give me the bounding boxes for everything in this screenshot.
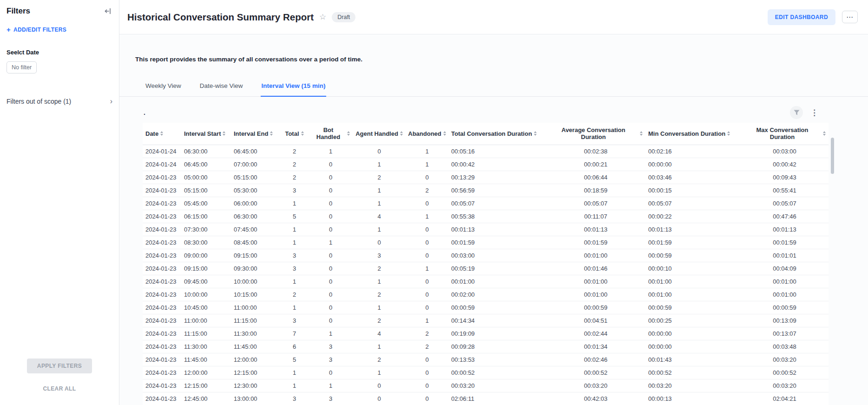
table-row[interactable]: 2024-01-2308:30:0008:45:00110000:01:5900… (143, 236, 829, 249)
cell-abandoned: 1 (406, 145, 448, 158)
filters-out-of-scope-row[interactable]: Filters out of scope (1) › (7, 98, 112, 105)
cell-agent_handled: 1 (353, 275, 406, 288)
cell-bot_handled: 3 (309, 353, 353, 366)
table-row[interactable]: 2024-01-2312:00:0012:15:00101000:00:5200… (143, 366, 829, 379)
table-row[interactable]: 2024-01-2311:15:0011:30:00714200:19:0900… (143, 327, 829, 340)
table-row[interactable]: 2024-01-2306:15:0006:30:00504100:55:3800… (143, 210, 829, 223)
table-row[interactable]: 2024-01-2312:45:0013:00:00330002:06:1100… (143, 392, 829, 405)
cell-interval_start: 08:30:00 (181, 236, 231, 249)
column-header-bot_handled[interactable]: Bot Handled (309, 123, 353, 145)
column-header-abandoned[interactable]: Abandoned (406, 123, 448, 145)
sort-icon[interactable] (727, 131, 730, 136)
cell-bot_handled: 0 (309, 262, 353, 275)
table-row[interactable]: 2024-01-2309:45:0010:00:00101000:01:0000… (143, 275, 829, 288)
main-panel: Historical Conversation Summary Report ☆… (119, 0, 868, 405)
cell-agent_handled: 2 (353, 171, 406, 184)
cell-interval_start: 11:00:00 (181, 314, 231, 327)
clear-all-button[interactable]: CLEAR ALL (43, 385, 76, 392)
cell-total_duration: 00:03:20 (448, 379, 546, 392)
column-header-interval_start[interactable]: Interval Start (181, 123, 231, 145)
apply-filters-button[interactable]: APPLY FILTERS (27, 359, 92, 373)
table-row[interactable]: 2024-01-2310:45:0011:00:00101000:00:5900… (143, 301, 829, 314)
no-filter-chip[interactable]: No filter (7, 61, 37, 73)
add-edit-filters-label: ADD/EDIT FILTERS (13, 27, 66, 33)
cell-total_duration: 02:06:11 (448, 392, 546, 405)
table-filter-button[interactable] (790, 106, 803, 119)
table-row[interactable]: 2024-01-2311:30:0011:45:00631200:09:2800… (143, 340, 829, 353)
cell-abandoned: 0 (406, 366, 448, 379)
column-label: Max Conversation Duration (743, 126, 821, 140)
cell-interval_end: 07:45:00 (231, 223, 280, 236)
table-row[interactable]: 2024-01-2312:15:0012:30:00110000:03:2000… (143, 379, 829, 392)
more-options-button[interactable]: ⋯ (842, 11, 858, 23)
cell-total_duration: 00:05:07 (448, 197, 546, 210)
table-row[interactable]: 2024-01-2305:00:0005:15:00202000:13:2900… (143, 171, 829, 184)
tab-weekly-view[interactable]: Weekly View (145, 77, 182, 97)
sort-icon[interactable] (270, 131, 273, 136)
tab-interval-view-15-min-[interactable]: Interval View (15 min) (261, 77, 327, 97)
cell-agent_handled: 1 (353, 301, 406, 314)
page-title: Historical Conversation Summary Report (127, 12, 314, 23)
edit-dashboard-button[interactable]: EDIT DASHBOARD (768, 9, 835, 25)
column-label: Bot Handled (311, 126, 345, 140)
table-row[interactable]: 2024-01-2311:00:0011:15:00302100:14:3400… (143, 314, 829, 327)
column-header-agent_handled[interactable]: Agent Handled (353, 123, 406, 145)
sort-icon[interactable] (301, 131, 304, 136)
table-row[interactable]: 2024-01-2307:30:0007:45:00101000:01:1300… (143, 223, 829, 236)
star-favorite-icon[interactable]: ☆ (319, 12, 326, 22)
cell-abandoned: 0 (406, 353, 448, 366)
topbar-actions: EDIT DASHBOARD ⋯ (768, 9, 858, 25)
cell-avg_duration: 00:00:52 (546, 366, 645, 379)
cell-date: 2024-01-23 (143, 379, 181, 392)
table-menu-button[interactable]: ⋮ (809, 108, 820, 118)
sort-icon[interactable] (223, 131, 225, 136)
cell-total: 6 (280, 340, 309, 353)
cell-total_duration: 00:14:34 (448, 314, 546, 327)
column-header-min_duration[interactable]: Min Conversation Duration (645, 123, 741, 145)
sort-icon[interactable] (400, 131, 403, 136)
table-row[interactable]: 2024-01-2309:15:0009:30:00302100:05:1900… (143, 262, 829, 275)
cell-interval_start: 11:30:00 (181, 340, 231, 353)
sort-icon[interactable] (443, 131, 446, 136)
cell-date: 2024-01-23 (143, 353, 181, 366)
cell-avg_duration: 00:00:21 (546, 158, 645, 171)
cell-interval_end: 11:30:00 (231, 327, 280, 340)
column-header-date[interactable]: Date (143, 123, 181, 145)
table-scrollbar[interactable] (830, 125, 834, 405)
cell-date: 2024-01-24 (143, 145, 181, 158)
table-row[interactable]: 2024-01-2406:45:0007:00:00201100:00:4200… (143, 158, 829, 171)
column-header-max_duration[interactable]: Max Conversation Duration (741, 123, 829, 145)
top-bar: Historical Conversation Summary Report ☆… (119, 0, 868, 34)
cell-bot_handled: 0 (309, 158, 353, 171)
cell-date: 2024-01-23 (143, 262, 181, 275)
sort-icon[interactable] (640, 131, 643, 136)
scrollbar-thumb[interactable] (831, 138, 834, 174)
column-header-total[interactable]: Total (280, 123, 309, 145)
column-header-interval_end[interactable]: Interval End (231, 123, 280, 145)
table-row[interactable]: 2024-01-2309:00:0009:15:00303000:03:0000… (143, 249, 829, 262)
column-header-total_duration[interactable]: Total Conversation Duration (448, 123, 546, 145)
table-row[interactable]: 2024-01-2311:45:0012:00:00532000:13:5300… (143, 353, 829, 366)
cell-interval_start: 09:15:00 (181, 262, 231, 275)
cell-date: 2024-01-23 (143, 327, 181, 340)
cell-min_duration: 00:00:59 (645, 249, 741, 262)
sort-icon[interactable] (534, 131, 537, 136)
add-edit-filters-button[interactable]: + ADD/EDIT FILTERS (7, 26, 112, 33)
tab-date-wise-view[interactable]: Date-wise View (199, 77, 244, 97)
column-header-avg_duration[interactable]: Average Conversation Duration (546, 123, 645, 145)
sort-icon[interactable] (347, 131, 350, 136)
cell-min_duration: 00:01:00 (645, 275, 741, 288)
cell-interval_end: 10:00:00 (231, 275, 280, 288)
cell-max_duration: 00:00:59 (741, 301, 829, 314)
sort-icon[interactable] (160, 131, 163, 136)
sidebar-header: Filters (7, 7, 112, 16)
table-row[interactable]: 2024-01-2406:30:0006:45:00210100:05:1600… (143, 145, 829, 158)
table-row[interactable]: 2024-01-2310:00:0010:15:00202000:02:0000… (143, 288, 829, 301)
cell-interval_start: 11:45:00 (181, 353, 231, 366)
table-row[interactable]: 2024-01-2305:15:0005:30:00301200:56:5900… (143, 184, 829, 197)
cell-total_duration: 00:13:29 (448, 171, 546, 184)
cell-min_duration: 00:00:00 (645, 327, 741, 340)
sort-icon[interactable] (823, 131, 826, 136)
table-row[interactable]: 2024-01-2305:45:0006:00:00101000:05:0700… (143, 197, 829, 210)
collapse-sidebar-button[interactable] (103, 7, 112, 16)
